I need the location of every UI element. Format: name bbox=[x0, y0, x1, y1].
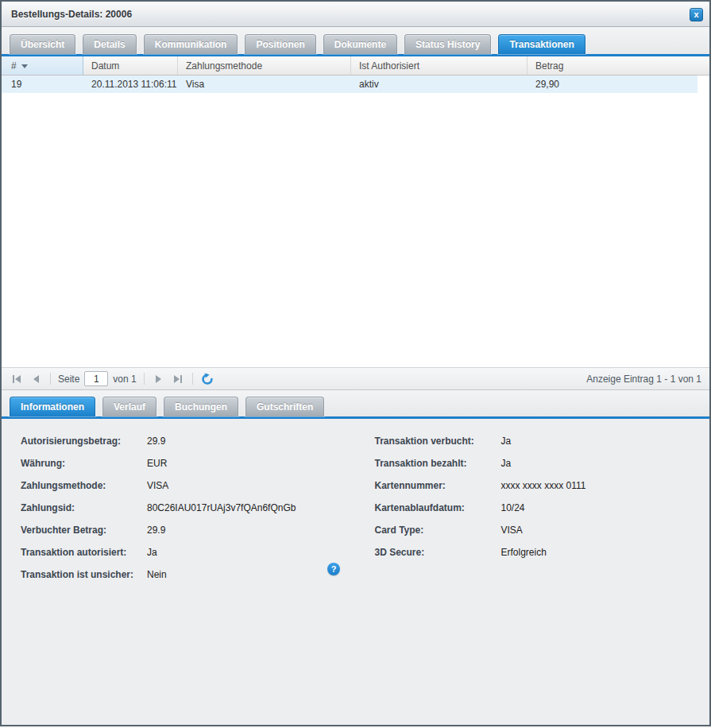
field-label: Kartennummer: bbox=[375, 480, 501, 491]
field-value: xxxx xxxx xxxx 0111 bbox=[501, 480, 586, 491]
order-details-window: Bestellungs-Details: 20006 x Übersicht D… bbox=[0, 0, 711, 726]
order-tabs: Übersicht Details Kommunikation Position… bbox=[2, 27, 709, 56]
field-card-type: Card Type: VISA bbox=[356, 519, 710, 541]
toolbar-separator bbox=[50, 373, 51, 385]
field-value: Ja bbox=[147, 547, 157, 558]
tab-dokumente[interactable]: Dokumente bbox=[323, 34, 397, 54]
field-value: 10/24 bbox=[501, 502, 525, 513]
field-zahlungsid: Zahlungsid: 80C26IAU017rUAj3v7fQAn6fQnGb bbox=[2, 497, 356, 519]
column-header-betrag[interactable]: Betrag bbox=[527, 56, 709, 75]
page-label: Seite bbox=[58, 374, 79, 385]
field-label: Transaktion ist unsicher: bbox=[21, 569, 147, 580]
close-icon[interactable]: x bbox=[690, 8, 703, 21]
field-transaktion-ist-unsicher: Transaktion ist unsicher: Nein bbox=[2, 563, 356, 586]
field-label: Transaktion bezahlt: bbox=[375, 458, 501, 469]
next-page-icon[interactable] bbox=[152, 372, 166, 386]
field-3d-secure: 3D Secure: Erfolgreich bbox=[356, 541, 710, 563]
prev-page-icon[interactable] bbox=[29, 372, 43, 386]
tab-informationen[interactable]: Informationen bbox=[10, 397, 95, 416]
field-value: VISA bbox=[147, 480, 168, 491]
field-label: Transaktion verbucht: bbox=[375, 436, 501, 447]
cell-zahlungsmethode: Visa bbox=[178, 79, 351, 90]
field-value: VISA bbox=[501, 525, 523, 536]
column-header-zahlungsmethode[interactable]: Zahlungsmethode bbox=[178, 56, 351, 75]
cell-betrag: 29,90 bbox=[527, 79, 697, 90]
column-header-ist-authorisiert[interactable]: Ist Authorisiert bbox=[351, 56, 527, 75]
field-value: 80C26IAU017rUAj3v7fQAn6fQnGb bbox=[147, 502, 296, 513]
tab-transaktionen[interactable]: Transaktionen bbox=[498, 34, 585, 54]
tab-status-history[interactable]: Status History bbox=[404, 34, 491, 54]
field-kartennummer: Kartennummer: xxxx xxxx xxxx 0111 bbox=[356, 474, 710, 497]
field-kartenablaufdatum: Kartenablaufdatum: 10/24 bbox=[356, 497, 710, 519]
field-label: Zahlungsid: bbox=[21, 502, 147, 513]
tab-buchungen[interactable]: Buchungen bbox=[164, 397, 238, 416]
cell-datum: 20.11.2013 11:06:11 bbox=[83, 79, 178, 90]
field-label: Verbuchter Betrag: bbox=[21, 525, 147, 536]
tab-verlauf[interactable]: Verlauf bbox=[102, 397, 156, 416]
page-number-input[interactable] bbox=[84, 371, 108, 386]
toolbar-separator bbox=[192, 373, 193, 385]
window-titlebar: Bestellungs-Details: 20006 x bbox=[2, 2, 709, 27]
field-value: Erfolgreich bbox=[501, 547, 547, 558]
field-value: Ja bbox=[501, 458, 512, 469]
field-transaktion-bezahlt: Transaktion bezahlt: Ja bbox=[356, 452, 710, 474]
cell-id: 19 bbox=[2, 79, 83, 90]
field-autorisierungsbetrag: Autorisierungsbetrag: 29.9 bbox=[2, 430, 356, 452]
tab-details[interactable]: Details bbox=[83, 34, 136, 54]
display-range-status: Anzeige Eintrag 1 - 1 von 1 bbox=[586, 374, 701, 385]
page-count-label: von 1 bbox=[113, 374, 136, 385]
paging-toolbar: Seite von 1 Anzeige Eintrag 1 - 1 von 1 bbox=[2, 367, 709, 390]
column-header-id-label: # bbox=[11, 60, 17, 72]
field-verbuchter-betrag: Verbuchter Betrag: 29.9 bbox=[2, 519, 356, 541]
tab-gutschriften[interactable]: Gutschriften bbox=[245, 397, 324, 416]
transaction-row[interactable]: 19 20.11.2013 11:06:11 Visa aktiv 29,90 bbox=[2, 76, 697, 93]
transactions-grid-header: # Datum Zahlungsmethode Ist Authorisiert… bbox=[2, 56, 709, 76]
column-header-datum[interactable]: Datum bbox=[83, 56, 178, 75]
refresh-icon[interactable] bbox=[200, 372, 214, 386]
field-value: Ja bbox=[501, 436, 512, 447]
help-icon[interactable]: ? bbox=[327, 563, 340, 575]
field-transaktion-verbucht: Transaktion verbucht: Ja bbox=[356, 430, 710, 452]
field-value: 29.9 bbox=[147, 436, 165, 447]
toolbar-separator bbox=[144, 373, 145, 385]
field-waehrung: Währung: EUR bbox=[2, 452, 356, 474]
field-label: Card Type: bbox=[375, 525, 501, 536]
field-label: Kartenablaufdatum: bbox=[375, 502, 501, 513]
transaction-information-panel: Autorisierungsbetrag: 29.9 Währung: EUR … bbox=[2, 419, 709, 725]
field-label: Transaktion autorisiert: bbox=[21, 547, 147, 558]
info-column-right: Transaktion verbucht: Ja Transaktion bez… bbox=[356, 430, 710, 586]
field-value: 29.9 bbox=[147, 525, 165, 536]
field-label: Autorisierungsbetrag: bbox=[21, 436, 147, 447]
cell-ist-authorisiert: aktiv bbox=[351, 79, 527, 90]
info-column-left: Autorisierungsbetrag: 29.9 Währung: EUR … bbox=[2, 430, 356, 586]
sort-desc-icon bbox=[21, 64, 28, 68]
column-header-id[interactable]: # bbox=[2, 56, 83, 75]
field-label: Währung: bbox=[21, 458, 147, 469]
tab-kommunikation[interactable]: Kommunikation bbox=[144, 34, 238, 54]
field-zahlungsmethode: Zahlungsmethode: VISA bbox=[2, 474, 356, 497]
field-label: 3D Secure: bbox=[375, 547, 501, 558]
window-title: Bestellungs-Details: 20006 bbox=[11, 9, 132, 20]
field-transaktion-autorisiert: Transaktion autorisiert: Ja bbox=[2, 541, 356, 563]
transactions-grid-body: 19 20.11.2013 11:06:11 Visa aktiv 29,90 bbox=[2, 76, 709, 367]
tab-positionen[interactable]: Positionen bbox=[245, 34, 315, 54]
field-value: EUR bbox=[147, 458, 167, 469]
field-value: Nein bbox=[147, 569, 167, 580]
field-label: Zahlungsmethode: bbox=[21, 480, 147, 491]
first-page-icon[interactable] bbox=[10, 372, 24, 386]
tab-uebersicht[interactable]: Übersicht bbox=[10, 34, 75, 54]
transaction-detail-tabs: Informationen Verlauf Buchungen Gutschri… bbox=[2, 390, 709, 419]
last-page-icon[interactable] bbox=[171, 372, 185, 386]
